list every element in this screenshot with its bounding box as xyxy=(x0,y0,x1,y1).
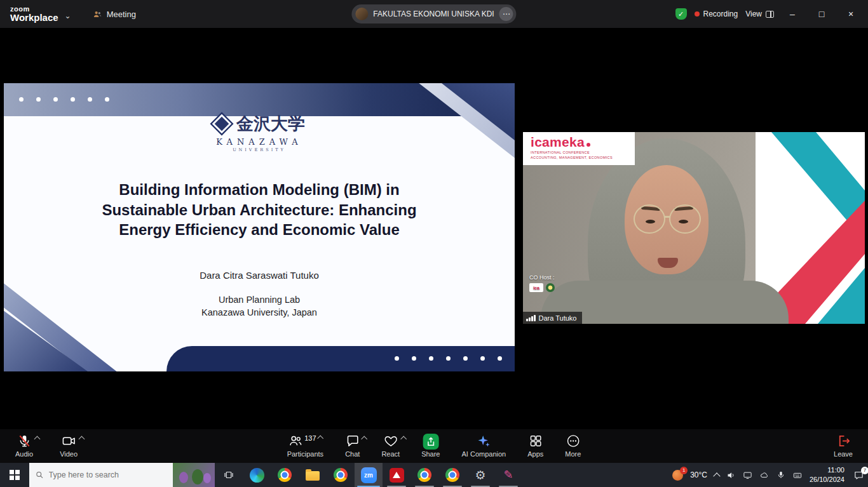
meeting-tab-label: Meeting xyxy=(107,10,136,19)
clock-time: 11:00 xyxy=(810,465,844,475)
zoom-logo-text: zoom xyxy=(10,5,58,13)
taskbar-pen-app[interactable]: ✎ xyxy=(494,463,522,487)
news-weather-widget[interactable] xyxy=(173,463,215,487)
notification-badge: 7 xyxy=(861,467,868,474)
taskbar-search[interactable] xyxy=(29,463,173,487)
widget-tree-icon xyxy=(179,472,188,483)
taskbar-clock[interactable]: 11:00 26/10/2024 xyxy=(810,465,844,484)
chrome-icon xyxy=(334,468,348,482)
mic-tray-icon[interactable] xyxy=(776,470,785,479)
cohost-label: CO Host : xyxy=(529,274,555,281)
chat-bubble-icon xyxy=(345,434,360,448)
apps-button[interactable]: Apps xyxy=(522,431,548,460)
person-eye xyxy=(646,220,655,223)
slide-title-line3: Energy Efficiency and Economic Value xyxy=(62,220,456,240)
participants-chevron-icon[interactable] xyxy=(317,436,323,442)
chat-chevron-icon[interactable] xyxy=(361,436,367,443)
meeting-title-pill[interactable]: FAKULTAS EKONOMI UNISKA KDI ⋯ xyxy=(351,4,516,23)
taskbar-edge[interactable] xyxy=(243,463,271,487)
volume-icon[interactable] xyxy=(726,470,736,480)
glasses-icon xyxy=(669,204,701,234)
slide-title-line1: Building Information Modeling (BIM) in xyxy=(62,180,456,200)
tray-app-icon[interactable]: 1 xyxy=(672,470,683,481)
temperature-label[interactable]: 30°C xyxy=(690,470,707,479)
start-button[interactable] xyxy=(0,463,29,487)
ai-sparkle-icon xyxy=(477,434,491,448)
leave-icon xyxy=(836,434,851,448)
zoom-control-toolbar: Audio Video xyxy=(0,429,868,463)
glasses-bridge xyxy=(664,216,670,218)
task-view-button[interactable] xyxy=(215,463,243,487)
more-label: More xyxy=(565,450,581,458)
video-options-chevron-icon[interactable] xyxy=(79,436,85,443)
react-button[interactable]: React xyxy=(376,431,405,460)
slide-title: Building Information Modeling (BIM) in S… xyxy=(62,180,456,240)
more-button[interactable]: More xyxy=(560,431,586,460)
zoom-workplace-logo: zoom Workplace xyxy=(10,5,58,23)
conference-tagline2: ACCOUNTING, MANAGEMENT, ECONOMICS xyxy=(531,156,628,160)
signal-bars-icon xyxy=(526,315,536,321)
workplace-logo-text: Workplace xyxy=(10,13,58,23)
record-dot-icon xyxy=(695,11,700,17)
chat-label: Chat xyxy=(345,450,360,458)
windows-start-icon xyxy=(10,470,20,480)
avatar xyxy=(355,8,368,20)
participants-button[interactable]: 137 Participants xyxy=(282,431,329,460)
taskbar-file-explorer[interactable] xyxy=(299,463,327,487)
more-ellipsis-icon xyxy=(566,434,580,448)
show-hidden-icons-chevron-icon[interactable] xyxy=(713,472,720,479)
keyboard-icon[interactable] xyxy=(792,470,803,480)
taskbar-chrome-4[interactable] xyxy=(438,463,466,487)
apps-grid-icon xyxy=(528,434,543,448)
close-button[interactable]: × xyxy=(840,4,862,23)
titlebar: zoom Workplace ⌄ Meeting FAKULTAS EKONOM… xyxy=(0,0,868,28)
minimize-button[interactable]: – xyxy=(782,4,803,23)
taskbar-chrome-1[interactable] xyxy=(271,463,299,487)
leave-button[interactable]: Leave xyxy=(829,431,858,460)
slide-title-line2: Sustainable Urban Architecture: Enhancin… xyxy=(62,200,456,220)
cohost-block: CO Host : ica xyxy=(529,274,555,292)
taskbar-chrome-3[interactable] xyxy=(410,463,438,487)
chrome-icon xyxy=(417,468,431,482)
university-logo: 金沢大学 KANAZAWA UNIVERSITY xyxy=(4,112,515,152)
participant-name: Dara Tutuko xyxy=(539,314,577,322)
cloud-icon[interactable] xyxy=(759,470,770,480)
display-icon[interactable] xyxy=(743,470,752,480)
chat-button[interactable]: Chat xyxy=(340,431,365,460)
apps-label: Apps xyxy=(527,450,543,458)
chrome-icon xyxy=(278,468,292,482)
slide-dots-bottom xyxy=(395,356,502,361)
tray-badge: 1 xyxy=(680,467,688,474)
zoom-meeting-window: zoom Workplace ⌄ Meeting FAKULTAS EKONOM… xyxy=(0,0,868,487)
participants-count: 137 xyxy=(304,434,316,442)
ai-companion-label: AI Companion xyxy=(461,450,506,458)
tab-meeting[interactable]: Meeting xyxy=(93,10,136,19)
video-button[interactable]: Video xyxy=(55,431,83,460)
search-input[interactable] xyxy=(49,470,166,479)
taskbar-settings[interactable]: ⚙ xyxy=(466,463,494,487)
system-tray: 1 30°C 11:00 26/10/2024 xyxy=(672,463,868,487)
taskbar-chrome-2[interactable] xyxy=(327,463,355,487)
more-ellipsis-icon[interactable]: ⋯ xyxy=(499,7,513,21)
audio-button[interactable]: Audio xyxy=(10,431,38,460)
react-chevron-icon[interactable] xyxy=(401,436,407,443)
participant-nametag: Dara Tutuko xyxy=(523,312,582,324)
view-button[interactable]: View xyxy=(745,10,774,18)
notification-center-button[interactable]: 7 xyxy=(853,470,864,481)
maximize-button[interactable]: □ xyxy=(811,4,832,23)
ai-companion-button[interactable]: AI Companion xyxy=(456,431,511,460)
taskbar-zoom[interactable]: zm xyxy=(355,463,383,487)
conference-tagline: INTERNATIONAL CONFERENCE xyxy=(531,150,628,155)
camera-icon xyxy=(62,434,76,448)
audio-options-chevron-icon[interactable] xyxy=(34,436,41,443)
taskbar-acrobat[interactable] xyxy=(383,463,410,487)
chevron-down-icon[interactable]: ⌄ xyxy=(65,11,71,20)
view-label: View xyxy=(745,10,762,18)
react-label: React xyxy=(381,450,400,458)
slide-author: Dara Citra Saraswati Tutuko xyxy=(4,270,515,281)
edge-icon xyxy=(250,468,264,483)
pen-icon: ✎ xyxy=(503,468,513,482)
share-button[interactable]: Share xyxy=(416,431,445,460)
shield-check-icon[interactable]: ✓ xyxy=(675,8,687,20)
conference-logo: icameka xyxy=(531,135,585,150)
